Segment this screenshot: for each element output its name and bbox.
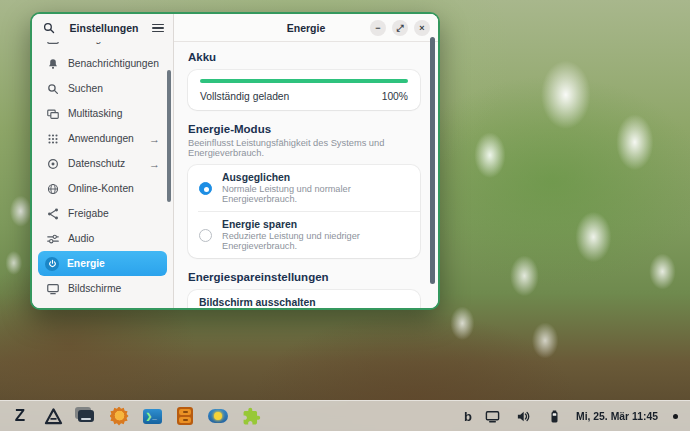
apps-grid-icon <box>45 131 60 146</box>
sidebar-item-suchen[interactable]: Suchen <box>38 76 167 101</box>
puzzle-extension-icon[interactable] <box>241 406 261 426</box>
globe-icon <box>45 181 60 196</box>
sidebar-item-online-konten[interactable]: Online-Konten <box>38 176 167 201</box>
window-stack-icon[interactable] <box>76 406 96 426</box>
sidebar-item-hintergrund[interactable]: Hintergrund <box>38 42 167 51</box>
desktop-wallpaper: Einstellungen Hintergrund Benachrichtigu… <box>0 0 690 431</box>
sidebar-item-energie[interactable]: Energie <box>38 251 167 276</box>
battery-progress-bar <box>200 79 408 83</box>
mode-section-title: Energie-Modus <box>188 123 420 135</box>
display-icon <box>45 281 60 296</box>
sidebar-scrollbar[interactable] <box>167 70 171 202</box>
privacy-target-icon <box>45 156 60 171</box>
terminal-icon[interactable]: ❯_ <box>142 406 162 426</box>
mode-option-powersave[interactable]: Energie sparen Reduzierte Leistung und n… <box>188 212 420 258</box>
drawers-app-icon[interactable] <box>175 406 195 426</box>
sidebar-list: Hintergrund Benachrichtigungen Suchen <box>32 42 173 308</box>
sun-app-icon[interactable] <box>208 406 228 426</box>
taskbar: Z ❯_ b Mi, 25. Mär 11:45 <box>0 400 690 431</box>
mode-section-subtitle: Beeinflusst Leistungsfähigkeit des Syste… <box>188 138 420 158</box>
chevron-right-icon: → <box>149 158 160 170</box>
battery-card: Vollständig geladen 100% <box>188 70 420 110</box>
sidebar-title: Einstellungen <box>62 22 146 34</box>
sidebar-item-datenschutz[interactable]: Datenschutz → <box>38 151 167 176</box>
settings-window: Einstellungen Hintergrund Benachrichtigu… <box>30 12 440 310</box>
hamburger-menu-icon[interactable] <box>152 24 164 33</box>
chevron-right-icon: → <box>149 133 160 145</box>
pointer-b-icon[interactable]: b <box>464 409 472 424</box>
display-tray-icon[interactable] <box>483 406 503 426</box>
sidebar-item-audio[interactable]: Audio <box>38 226 167 251</box>
lion-browser-icon[interactable] <box>109 406 129 426</box>
audio-sliders-icon <box>45 231 60 246</box>
panel-content: Akku Vollständig geladen 100% Energie-Mo… <box>174 42 438 308</box>
mode-option-balanced[interactable]: Ausgeglichen Normale Leistung und normal… <box>188 165 420 211</box>
zorin-menu-icon[interactable]: Z <box>10 406 30 426</box>
close-button[interactable]: × <box>414 20 430 36</box>
settings-sidebar: Einstellungen Hintergrund Benachrichtigu… <box>32 14 174 308</box>
battery-percent: 100% <box>382 91 408 102</box>
bell-icon <box>45 56 60 71</box>
notification-dot[interactable] <box>673 414 678 419</box>
taskbar-clock[interactable]: Mi, 25. Mär 11:45 <box>576 411 658 422</box>
sidebar-item-anwendungen[interactable]: Anwendungen → <box>38 126 167 151</box>
volume-icon[interactable] <box>514 406 534 426</box>
battery-section-title: Akku <box>188 51 420 63</box>
sidebar-item-multitasking[interactable]: Multitasking <box>38 101 167 126</box>
battery-tray-icon[interactable] <box>545 406 565 426</box>
wallpaper-icon <box>45 42 60 46</box>
battery-status-text: Vollständig geladen <box>200 91 289 102</box>
saving-section-title: Energiespareinstellungen <box>188 271 420 283</box>
multitasking-icon <box>45 106 60 121</box>
sidebar-item-freigabe[interactable]: Freigabe <box>38 201 167 226</box>
power-icon <box>45 257 59 271</box>
panel-scrollbar[interactable] <box>430 37 435 284</box>
saving-card: Bildschirm ausschalten Bildschirm bei In… <box>188 290 420 308</box>
panel-header: Energie − ⤢ × <box>174 14 438 42</box>
sidebar-item-benachrichtigungen[interactable]: Benachrichtigungen <box>38 51 167 76</box>
row-screen-off: Bildschirm ausschalten Bildschirm bei In… <box>188 290 420 308</box>
mode-card: Ausgeglichen Normale Leistung und normal… <box>188 165 420 258</box>
search-small-icon <box>45 81 60 96</box>
screen-off-dropdown[interactable]: 15 Minuten ▾ <box>349 308 409 309</box>
search-icon[interactable] <box>41 21 56 36</box>
sidebar-item-bildschirme[interactable]: Bildschirme <box>38 276 167 301</box>
share-icon <box>45 206 60 221</box>
energy-panel: Energie − ⤢ × Akku Vollständig geladen 1… <box>174 14 438 308</box>
sidebar-header: Einstellungen <box>32 14 173 42</box>
maximize-button[interactable]: ⤢ <box>392 20 408 36</box>
radio-selected-icon[interactable] <box>199 182 212 195</box>
panel-title: Energie <box>287 22 326 34</box>
triangle-a-logo-icon[interactable] <box>43 406 63 426</box>
system-tray: b Mi, 25. Mär 11:45 <box>464 406 680 426</box>
minimize-button[interactable]: − <box>370 20 386 36</box>
radio-unselected-icon[interactable] <box>199 229 212 242</box>
